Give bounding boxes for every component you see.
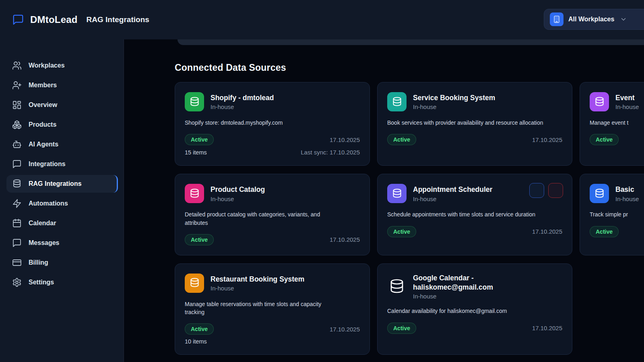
card-description: Manage event t: [590, 119, 644, 127]
sidebar-item-products[interactable]: Products: [6, 116, 118, 134]
card-title: Product Catalog: [211, 185, 265, 194]
zap-icon: [12, 199, 22, 208]
card-description: Book services with provider availability…: [387, 119, 562, 127]
card-title: Basic: [615, 185, 639, 194]
card-subtitle: In-house: [413, 195, 492, 202]
card-title: Restaurant Booking System: [211, 275, 304, 284]
scrolled-card-remnant: [178, 39, 644, 45]
sidebar-item-members[interactable]: Members: [6, 76, 118, 94]
card-last-sync: Last sync: 17.10.2025: [301, 149, 360, 156]
data-sources-grid: Shopify - dmtolead In-house Shopify stor…: [175, 82, 644, 355]
database-icon: [590, 184, 609, 203]
card-description: Calendar availability for haliskomec@gma…: [387, 307, 562, 315]
sidebar-item-ai-agents[interactable]: AI Agents: [6, 136, 118, 153]
sidebar-item-automations[interactable]: Automations: [6, 195, 118, 212]
credit-card-icon: [12, 258, 22, 267]
open-external-button[interactable]: [529, 183, 544, 198]
card-items-count: 15 items: [185, 149, 207, 156]
sidebar-item-label: Overview: [29, 101, 57, 109]
card-subtitle: In-house: [413, 293, 493, 300]
app-logo[interactable]: DMtoLead: [12, 14, 78, 26]
data-source-card-basic[interactable]: Basic In-house Track simple pr Active: [580, 174, 644, 255]
card-description: Manage table reservations with time slot…: [185, 300, 360, 317]
status-badge: Active: [590, 134, 619, 145]
calendar-icon: [12, 218, 22, 228]
workspace-selector-label: All Workplaces: [568, 16, 614, 23]
sidebar-item-integrations[interactable]: Integrations: [6, 155, 118, 173]
database-icon: [387, 184, 407, 203]
data-source-card-service-booking-system[interactable]: Service Booking System In-house Book ser…: [377, 82, 572, 166]
sidebar-item-label: Messages: [29, 239, 60, 247]
sidebar-item-settings[interactable]: Settings: [6, 274, 118, 291]
card-subtitle: In-house: [413, 103, 495, 110]
card-description: Detailed product catalog with categories…: [185, 210, 360, 227]
sidebar-item-calendar[interactable]: Calendar: [6, 214, 118, 232]
database-icon: [185, 92, 204, 111]
database-icon: [387, 277, 407, 296]
sidebar-item-label: Calendar: [29, 220, 56, 227]
data-source-card-event[interactable]: Event In-house Manage event t Active: [580, 82, 644, 166]
sidebar-item-messages[interactable]: Messages: [6, 234, 118, 252]
database-icon: [185, 274, 204, 293]
card-description: Track simple pr: [590, 210, 644, 218]
card-items-count: 10 items: [185, 338, 207, 345]
card-date: 17.10.2025: [330, 136, 360, 143]
data-source-card-product-catalog[interactable]: Product Catalog In-house Detailed produc…: [175, 174, 370, 255]
data-source-card-restaurant-booking-system[interactable]: Restaurant Booking System In-house Manag…: [175, 263, 370, 355]
status-badge: Active: [387, 226, 416, 237]
data-source-card-google-calendar[interactable]: Google Calendar - haliskomec@gmail.com I…: [377, 263, 572, 355]
card-subtitle: In-house: [211, 285, 304, 292]
card-title: Google Calendar - haliskomec@gmail.com: [413, 274, 493, 292]
user-plus-icon: [12, 80, 22, 90]
message-square-icon: [12, 238, 22, 248]
database-icon: [185, 184, 204, 203]
sidebar-item-overview[interactable]: Overview: [6, 96, 118, 114]
sidebar-item-label: Integrations: [29, 160, 66, 168]
sidebar-item-billing[interactable]: Billing: [6, 254, 118, 272]
card-title: Service Booking System: [413, 93, 495, 103]
status-badge: Active: [387, 134, 416, 145]
card-subtitle: In-house: [615, 103, 639, 110]
settings-icon: [12, 278, 22, 287]
sidebar-item-rag-integrations[interactable]: RAG Integrations: [6, 175, 118, 193]
data-source-card-appointment-scheduler[interactable]: Appointment Scheduler In-house Schedule …: [377, 174, 572, 255]
building-icon: [550, 12, 564, 26]
database-icon: [387, 92, 407, 111]
status-badge: Active: [387, 323, 416, 334]
sidebar-item-workplaces[interactable]: Workplaces: [6, 57, 118, 74]
card-subtitle: In-house: [211, 195, 265, 202]
top-header: DMtoLead RAG Integrations All Workplaces: [0, 0, 644, 39]
section-title: Connected Data Sources: [175, 62, 644, 73]
card-subtitle: In-house: [615, 195, 639, 202]
sidebar-item-label: Billing: [29, 259, 48, 266]
card-description: Shopify store: dmtolead.myshopify.com: [185, 119, 360, 127]
sidebar-item-label: Automations: [29, 200, 68, 207]
card-date: 17.10.2025: [330, 236, 360, 243]
status-badge: Active: [590, 226, 619, 237]
card-title: Appointment Scheduler: [413, 185, 492, 194]
page-title: RAG Integrations: [87, 15, 149, 24]
sidebar-nav: Workplaces Members Overview Products AI …: [0, 39, 124, 362]
sidebar-item-label: Members: [29, 82, 57, 89]
status-badge: Active: [185, 134, 214, 145]
chevron-down-icon: [620, 16, 627, 23]
card-date: 17.10.2025: [330, 326, 360, 333]
sidebar-item-label: Workplaces: [29, 62, 65, 69]
data-source-card-shopify-dmtolead[interactable]: Shopify - dmtolead In-house Shopify stor…: [175, 82, 370, 166]
card-title: Shopify - dmtolead: [211, 93, 274, 103]
status-badge: Active: [185, 323, 214, 335]
database-icon: [590, 92, 609, 111]
main-content: Connected Data Sources Shopify - dmtolea…: [124, 39, 644, 362]
delete-button[interactable]: [548, 183, 563, 198]
card-date: 17.10.2025: [532, 228, 562, 235]
database-icon: [12, 179, 22, 189]
sidebar-item-label: Settings: [29, 279, 54, 286]
card-date: 17.10.2025: [532, 325, 562, 331]
sidebar-item-label: RAG Integrations: [29, 180, 82, 187]
card-subtitle: In-house: [211, 103, 274, 110]
workspace-selector[interactable]: All Workplaces: [544, 9, 644, 30]
layout-grid-icon: [12, 100, 22, 110]
sidebar-item-label: AI Agents: [29, 141, 58, 148]
chat-bubble-logo-icon: [12, 14, 24, 26]
card-date: 17.10.2025: [532, 136, 562, 143]
